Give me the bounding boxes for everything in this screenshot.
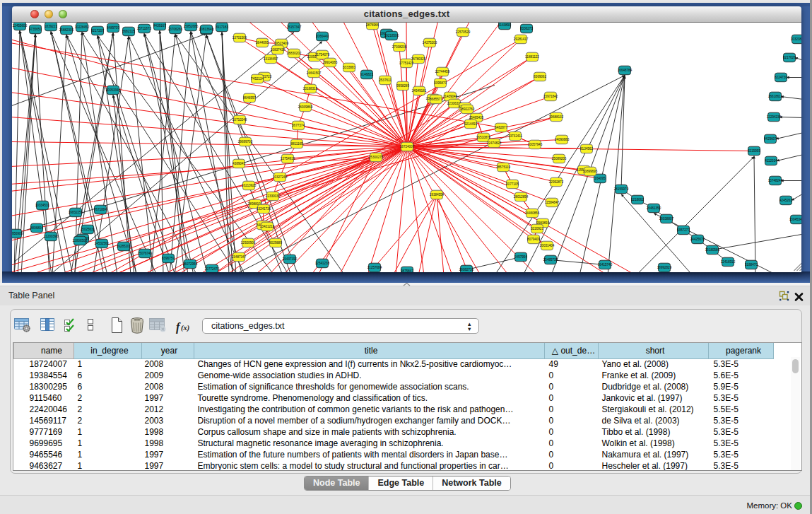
svg-text:5682115: 5682115 (122, 30, 135, 33)
svg-text:(x): (x) (181, 324, 189, 332)
svg-text:22744459: 22744459 (435, 70, 450, 74)
svg-text:28830202: 28830202 (287, 52, 302, 55)
svg-text:25485735: 25485735 (543, 258, 558, 262)
svg-text:2876966: 2876966 (366, 23, 379, 27)
svg-text:8646997: 8646997 (243, 96, 256, 100)
svg-text:25882305: 25882305 (59, 28, 74, 32)
svg-text:26939869: 26939869 (298, 105, 313, 109)
svg-text:15180586: 15180586 (705, 248, 720, 252)
svg-text:1839221: 1839221 (45, 25, 57, 28)
svg-text:21200396: 21200396 (44, 235, 59, 238)
svg-text:28038807: 28038807 (659, 217, 674, 221)
svg-text:3215955: 3215955 (748, 149, 760, 153)
svg-text:12920906: 12920906 (241, 241, 256, 245)
svg-text:13045349: 13045349 (789, 218, 801, 221)
svg-text:26780325: 26780325 (411, 57, 426, 61)
svg-text:23706266: 23706266 (168, 28, 183, 31)
svg-text:19384554: 19384554 (430, 193, 445, 197)
svg-text:f: f (176, 321, 181, 334)
svg-text:24532561: 24532561 (95, 242, 110, 245)
svg-text:13701506: 13701506 (233, 36, 247, 40)
svg-text:18922760: 18922760 (460, 107, 475, 111)
svg-text:7671884: 7671884 (94, 208, 107, 211)
svg-text:3395870: 3395870 (434, 81, 447, 85)
svg-text:6357277: 6357277 (677, 228, 690, 232)
svg-text:2537611: 2537611 (379, 78, 392, 82)
svg-text:14460856: 14460856 (525, 211, 540, 215)
svg-text:22455603: 22455603 (13, 24, 28, 28)
svg-text:9217207: 9217207 (91, 29, 104, 33)
svg-text:13421212: 13421212 (260, 225, 275, 228)
svg-text:4429607: 4429607 (764, 137, 777, 141)
svg-text:22570529: 22570529 (456, 30, 471, 34)
svg-text:15076749: 15076749 (138, 252, 153, 255)
svg-text:23487347: 23487347 (232, 255, 247, 259)
svg-text:17956909: 17956909 (12, 232, 23, 235)
svg-text:8134562: 8134562 (580, 147, 593, 151)
svg-text:6482877: 6482877 (495, 126, 507, 129)
svg-text:3220921: 3220921 (531, 227, 543, 230)
svg-text:15157347: 15157347 (287, 25, 302, 29)
svg-text:8811165: 8811165 (290, 142, 303, 146)
svg-text:28082730: 28082730 (459, 268, 474, 271)
svg-text:2066449: 2066449 (316, 35, 329, 38)
svg-text:25711873: 25711873 (137, 27, 152, 30)
svg-text:20053346: 20053346 (106, 88, 121, 92)
svg-text:10057945: 10057945 (528, 143, 543, 146)
svg-text:19832259: 19832259 (69, 211, 83, 214)
svg-text:8224730: 8224730 (775, 76, 787, 79)
svg-text:20772475: 20772475 (205, 267, 220, 271)
svg-text:10837430: 10837430 (271, 48, 286, 52)
svg-text:25465435: 25465435 (469, 116, 484, 119)
svg-text:13134457: 13134457 (264, 57, 278, 61)
svg-text:12294238: 12294238 (767, 115, 782, 119)
svg-text:28159979: 28159979 (614, 187, 629, 191)
svg-text:19688132: 19688132 (549, 115, 564, 119)
svg-text:13748244: 13748244 (768, 179, 783, 182)
svg-text:11881122: 11881122 (525, 55, 539, 59)
svg-text:4112034: 4112034 (765, 159, 777, 163)
svg-text:29437192: 29437192 (283, 257, 298, 261)
svg-text:24549181: 24549181 (412, 89, 427, 93)
svg-text:26461350: 26461350 (647, 206, 661, 210)
svg-text:25089205: 25089205 (552, 157, 567, 160)
svg-text:13241736: 13241736 (257, 207, 271, 211)
svg-text:21439044: 21439044 (443, 95, 458, 98)
svg-text:22474828: 22474828 (487, 141, 502, 145)
svg-text:4439167: 4439167 (153, 24, 166, 28)
svg-text:5188470: 5188470 (745, 263, 758, 267)
svg-text:16415740: 16415740 (598, 263, 613, 267)
svg-text:10899695: 10899695 (583, 170, 598, 173)
svg-text:4245263: 4245263 (779, 199, 792, 202)
svg-text:16648784: 16648784 (618, 69, 632, 72)
svg-text:4735650: 4735650 (29, 28, 42, 31)
svg-text:16072954: 16072954 (183, 262, 198, 266)
svg-text:8396759: 8396759 (162, 257, 175, 260)
svg-text:8806804: 8806804 (30, 226, 43, 230)
svg-text:20813640: 20813640 (199, 28, 214, 31)
svg-text:10323815: 10323815 (791, 37, 801, 41)
svg-text:3644095: 3644095 (256, 41, 269, 45)
svg-text:8079409: 8079409 (527, 238, 540, 241)
svg-text:3677374: 3677374 (292, 124, 305, 127)
svg-text:164095: 164095 (594, 177, 606, 180)
svg-text:10334531: 10334531 (35, 204, 50, 207)
svg-text:10327246: 10327246 (273, 175, 288, 179)
svg-text:2077105: 2077105 (506, 182, 519, 186)
svg-text:22806503: 22806503 (73, 239, 88, 243)
svg-text:29699700: 29699700 (238, 140, 253, 144)
svg-text:28575119: 28575119 (496, 165, 511, 169)
svg-text:16213925: 16213925 (242, 184, 257, 187)
svg-text:8685577: 8685577 (430, 98, 442, 101)
svg-text:25300275: 25300275 (369, 156, 384, 159)
svg-text:9146821: 9146821 (360, 73, 373, 76)
svg-text:18992829: 18992829 (657, 266, 672, 269)
svg-text:12416912: 12416912 (721, 260, 736, 264)
svg-text:19218506: 19218506 (384, 34, 399, 37)
svg-text:27038236: 27038236 (392, 45, 407, 49)
svg-text:18724007: 18724007 (400, 145, 415, 148)
svg-text:13754919: 13754919 (281, 157, 295, 160)
svg-text:20031404: 20031404 (540, 244, 555, 247)
svg-text:13732411: 13732411 (508, 134, 523, 138)
svg-text:7452134: 7452134 (251, 77, 264, 81)
